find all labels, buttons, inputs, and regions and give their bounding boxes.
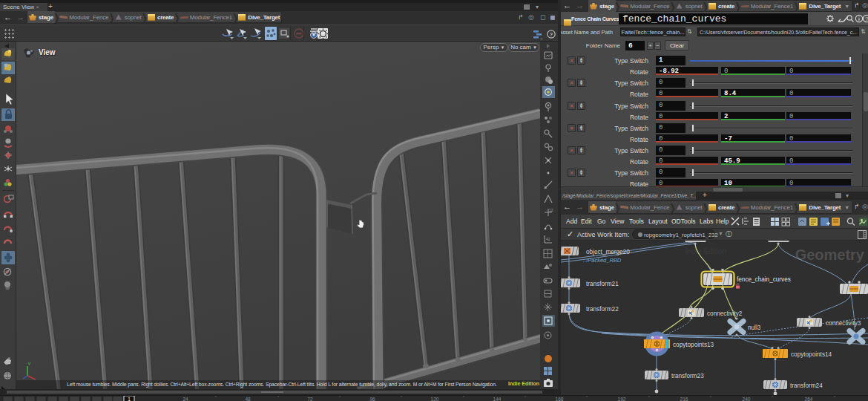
svg-text:connectivity3: connectivity3 [826, 320, 861, 327]
svg-text:240: 240 [743, 397, 751, 401]
svg-text:copytopoints13: copytopoints13 [673, 342, 714, 348]
svg-text:transform22: transform22 [586, 306, 619, 313]
svg-text:transform21: transform21 [586, 281, 619, 287]
svg-text:192: 192 [618, 397, 626, 401]
svg-text:../Packed_RBD: ../Packed_RBD [583, 257, 622, 264]
svg-text:transform24: transform24 [790, 382, 823, 389]
svg-text:y: y [28, 361, 30, 365]
svg-text:transform23: transform23 [671, 373, 704, 379]
svg-text:168: 168 [556, 397, 564, 401]
svg-text:96: 96 [369, 397, 375, 401]
svg-text:24: 24 [183, 397, 188, 401]
svg-text:12: 12 [549, 208, 553, 212]
svg-text:264: 264 [805, 397, 813, 401]
svg-text:48: 48 [245, 397, 251, 401]
svg-text:216: 216 [680, 397, 688, 401]
svg-text:Geometry: Geometry [795, 247, 865, 263]
svg-text:object_merge20: object_merge20 [586, 249, 630, 255]
svg-text:Indie Edition: Indie Edition [685, 247, 726, 255]
svg-text:connectivity2: connectivity2 [707, 310, 743, 317]
svg-text:fence_chain_curves: fence_chain_curves [737, 276, 791, 283]
svg-text:144: 144 [493, 397, 502, 401]
svg-text:72: 72 [307, 397, 313, 401]
svg-text:42: 42 [546, 237, 550, 241]
svg-text:120: 120 [431, 397, 439, 401]
svg-text:1: 1 [128, 397, 131, 401]
svg-text:null3: null3 [748, 325, 761, 331]
svg-text:?: ? [550, 31, 553, 38]
svg-text:?: ? [865, 16, 868, 22]
svg-text:copytopoints14: copytopoints14 [791, 351, 832, 358]
